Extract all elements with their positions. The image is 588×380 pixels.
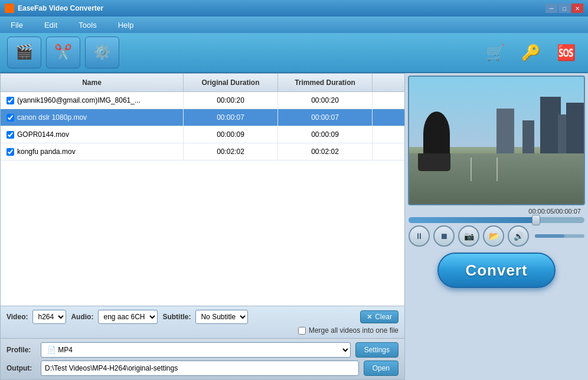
file-orig-dur-1: 00:00:20 [184, 92, 278, 109]
file-trim-dur-1: 00:00:20 [278, 92, 373, 109]
menu-tools[interactable]: Tools [74, 18, 101, 32]
minimize-button[interactable]: ─ [545, 4, 557, 13]
file-checkbox-4[interactable] [6, 148, 14, 156]
video-select[interactable]: h264 [32, 310, 66, 324]
volume-button[interactable]: 🔊 [508, 225, 529, 247]
progress-fill [409, 217, 535, 223]
merge-row: Merge all videos into one file [6, 326, 398, 335]
col-trimmed-duration: Trimmed Duration [278, 74, 373, 91]
settings-button[interactable]: Settings [355, 342, 398, 358]
audio-select[interactable]: eng aac 6CH [98, 310, 158, 324]
close-button[interactable]: ✕ [571, 4, 583, 13]
table-row[interactable]: (yannik1960@gmail.com)IMG_8061_... 00:00… [1, 92, 404, 109]
col-original-duration: Original Duration [184, 74, 278, 91]
file-name-4: kongfu panda.mov [17, 148, 76, 156]
table-row[interactable]: canon dslr 1080p.mov 00:00:07 00:00:07 [1, 109, 404, 126]
media-controls: Video: h264 Audio: eng aac 6CH Subtitle:… [1, 306, 404, 338]
file-name-cell: GOPR0144.mov [1, 126, 184, 143]
help-button[interactable]: 🆘 [551, 38, 581, 67]
file-trim-dur-2: 00:00:07 [278, 109, 373, 126]
file-name-1: (yannik1960@gmail.com)IMG_8061_... [17, 96, 141, 104]
file-name-3: GOPR0144.mov [17, 130, 69, 139]
edit-video-button[interactable]: ✂️ [46, 37, 80, 68]
toolbar: 🎬 ✂️ ⚙️ 🛒 🔑 🆘 [0, 33, 588, 73]
file-checkbox-1[interactable] [6, 97, 14, 104]
file-checkbox-2[interactable] [6, 114, 14, 122]
file-orig-dur-2: 00:00:07 [184, 109, 278, 126]
video-preview [408, 76, 585, 205]
subtitle-label: Subtitle: [162, 313, 191, 321]
volume-slider[interactable] [535, 234, 584, 238]
edit-video-icon: ✂️ [54, 44, 72, 60]
volume-fill [535, 234, 564, 238]
audio-label: Audio: [71, 313, 93, 321]
settings-icon: ⚙️ [93, 44, 111, 60]
output-path-input[interactable] [41, 361, 359, 376]
snapshot-button[interactable]: 📷 [458, 225, 479, 247]
maximize-button[interactable]: □ [558, 4, 570, 13]
file-list-header: Name Original Duration Trimmed Duration [1, 74, 404, 92]
key-button[interactable]: 🔑 [516, 38, 545, 67]
video-scene [409, 77, 584, 204]
table-row[interactable]: kongfu panda.mov 00:02:02 00:02:02 [1, 143, 404, 160]
app-icon [5, 4, 14, 13]
clear-icon: ✕ [367, 313, 373, 321]
file-orig-dur-4: 00:02:02 [184, 143, 278, 160]
toolbar-right: 🛒 🔑 🆘 [481, 38, 581, 67]
audio-video-row: Video: h264 Audio: eng aac 6CH Subtitle:… [6, 310, 398, 324]
output-row: Output: Open [6, 361, 398, 376]
add-video-button[interactable]: 🎬 [7, 37, 41, 68]
clear-label: Clear [375, 313, 392, 321]
output-label: Output: [6, 364, 36, 372]
main-content: Name Original Duration Trimmed Duration … [0, 73, 588, 380]
right-panel: 00:00:05/00:00:07 ⏸ ⏹ 📷 📂 🔊 Convert [405, 73, 588, 380]
clear-button[interactable]: ✕ Clear [360, 310, 398, 323]
menu-file[interactable]: File [6, 18, 28, 32]
time-display: 00:00:05/00:00:07 [410, 208, 586, 215]
playback-controls: ⏸ ⏹ 📷 📂 🔊 [409, 225, 584, 247]
col-name: Name [1, 74, 184, 91]
settings-toolbar-button[interactable]: ⚙️ [85, 37, 119, 68]
video-label: Video: [6, 313, 28, 321]
app-title: EaseFab Video Converter [18, 4, 103, 12]
profile-output-section: Profile: 📄 MP4 Settings Output: Open [1, 338, 404, 379]
pause-button[interactable]: ⏸ [409, 225, 430, 247]
title-bar: EaseFab Video Converter ─ □ ✕ [0, 0, 588, 17]
file-trim-dur-4: 00:02:02 [278, 143, 373, 160]
menu-help[interactable]: Help [113, 18, 139, 32]
folder-button[interactable]: 📂 [483, 225, 504, 247]
subtitle-select[interactable]: No Subtitle [195, 310, 248, 324]
profile-row: Profile: 📄 MP4 Settings [6, 342, 398, 358]
file-name-cell: (yannik1960@gmail.com)IMG_8061_... [1, 92, 184, 109]
left-panel: Name Original Duration Trimmed Duration … [0, 73, 405, 380]
file-checkbox-3[interactable] [6, 131, 14, 139]
progress-bar[interactable] [409, 217, 584, 223]
stop-button[interactable]: ⏹ [433, 225, 455, 247]
menu-edit[interactable]: Edit [40, 18, 62, 32]
file-orig-dur-3: 00:00:09 [184, 126, 278, 143]
progress-thumb[interactable] [532, 215, 540, 225]
convert-section: Convert [409, 253, 584, 288]
add-video-icon: 🎬 [15, 44, 33, 60]
table-row[interactable]: GOPR0144.mov 00:00:09 00:00:09 [1, 126, 404, 143]
profile-select[interactable]: 📄 MP4 [41, 342, 351, 358]
file-name-2: canon dslr 1080p.mov [17, 113, 87, 122]
merge-label: Merge all videos into one file [309, 326, 398, 335]
shop-button[interactable]: 🛒 [481, 38, 510, 67]
profile-label: Profile: [6, 346, 36, 354]
merge-checkbox[interactable] [298, 327, 306, 335]
window-controls: ─ □ ✕ [545, 4, 583, 13]
open-button[interactable]: Open [364, 361, 398, 376]
convert-button[interactable]: Convert [437, 253, 556, 288]
file-name-cell: kongfu panda.mov [1, 143, 184, 160]
file-trim-dur-3: 00:00:09 [278, 126, 373, 143]
file-list-body: (yannik1960@gmail.com)IMG_8061_... 00:00… [1, 92, 404, 199]
menu-bar: File Edit Tools Help [0, 17, 588, 33]
file-name-cell: canon dslr 1080p.mov [1, 109, 184, 126]
